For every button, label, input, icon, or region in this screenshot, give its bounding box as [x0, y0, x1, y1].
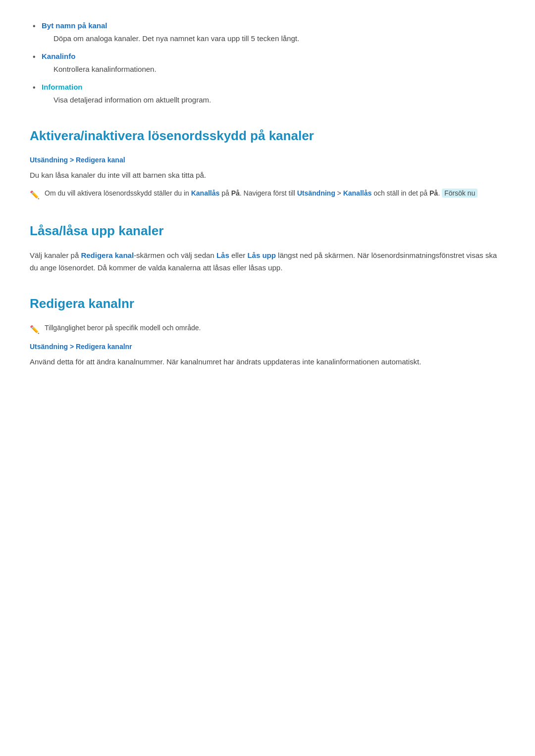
section1-note: ✏️ Om du vill aktivera lösenordsskydd st… [30, 188, 505, 202]
forsok-nu-highlight[interactable]: Försök nu [442, 189, 478, 198]
section2-text1: Välj kanaler på [30, 251, 81, 259]
note-kanallas2-link[interactable]: Kanallås [343, 189, 372, 197]
bullet-section: Byt namn på kanal Döpa om analoga kanale… [30, 20, 505, 106]
list-item-byt-namn: Byt namn på kanal Döpa om analoga kanale… [30, 20, 505, 45]
note-part6: . [438, 189, 442, 197]
section3-note: ✏️ Tillgänglighet beror på specifik mode… [30, 322, 505, 336]
pencil-icon-2: ✏️ [30, 323, 40, 336]
section1-title: Aktivera/inaktivera lösenordsskydd på ka… [30, 126, 505, 147]
kanalinfo-link[interactable]: Kanalinfo [42, 52, 75, 60]
list-item-information: Information Visa detaljerad information … [30, 81, 505, 106]
kanalinfo-desc: Kontrollera kanalinformationen. [42, 63, 505, 75]
forsok-nu-text: Försök nu [444, 189, 475, 197]
breadcrumb-utsandning-2[interactable]: Utsändning [30, 343, 68, 351]
breadcrumb-utsandning-1[interactable]: Utsändning [30, 156, 68, 164]
note-kanallas-link[interactable]: Kanallås [191, 189, 220, 197]
breadcrumb-redigera-kanal[interactable]: Redigera kanal [76, 156, 125, 164]
breadcrumb-sep-2: > [68, 343, 76, 351]
information-link[interactable]: Information [42, 83, 83, 91]
section3-note-text: Tillgänglighet beror på specifik modell … [45, 322, 505, 333]
byt-namn-link[interactable]: Byt namn på kanal [42, 21, 107, 30]
section3-body: Använd detta för att ändra kanalnummer. … [30, 356, 505, 368]
note-utsandning-link[interactable]: Utsändning [297, 189, 335, 197]
note-part4: > [335, 189, 343, 197]
section-lasa: Låsa/låsa upp kanaler Välj kanaler på Re… [30, 221, 505, 274]
section1-note-text: Om du vill aktivera lösenordsskydd ställ… [45, 188, 505, 199]
section2-text2: -skärmen och välj sedan [134, 251, 216, 259]
breadcrumb-section3: Utsändning > Redigera kanalnr [30, 341, 505, 352]
las-upp-link[interactable]: Lås upp [247, 251, 276, 259]
note-part5: och ställ in det på [372, 189, 429, 197]
section-redigera: Redigera kanalnr ✏️ Tillgänglighet beror… [30, 294, 505, 368]
list-item-kanalinfo: Kanalinfo Kontrollera kanalinformationen… [30, 50, 505, 75]
breadcrumb-sep-1: > [68, 156, 76, 164]
note-bold1: På [231, 189, 240, 197]
breadcrumb-section1: Utsändning > Redigera kanal [30, 154, 505, 165]
section3-title: Redigera kanalnr [30, 294, 505, 314]
section2-text3: eller [229, 251, 248, 259]
las-link[interactable]: Lås [216, 251, 229, 259]
note-part2: på [219, 189, 231, 197]
breadcrumb-redigera-kanalnr[interactable]: Redigera kanalnr [76, 343, 132, 351]
section1-body: Du kan låsa kanaler du inte vill att bar… [30, 169, 505, 182]
note-bold2: På [429, 189, 438, 197]
note-part3: . Navigera först till [240, 189, 297, 197]
section-aktivera: Aktivera/inaktivera lösenordsskydd på ka… [30, 126, 505, 201]
byt-namn-desc: Döpa om analoga kanaler. Det nya namnet … [42, 33, 505, 45]
section2-body: Välj kanaler på Redigera kanal-skärmen o… [30, 250, 505, 274]
information-desc: Visa detaljerad information om aktuellt … [42, 94, 505, 106]
pencil-icon: ✏️ [30, 189, 40, 202]
redigera-kanal-link[interactable]: Redigera kanal [81, 251, 134, 259]
feature-list: Byt namn på kanal Döpa om analoga kanale… [30, 20, 505, 106]
section2-title: Låsa/låsa upp kanaler [30, 221, 505, 242]
note-part1: Om du vill aktivera lösenordsskydd ställ… [45, 189, 191, 197]
